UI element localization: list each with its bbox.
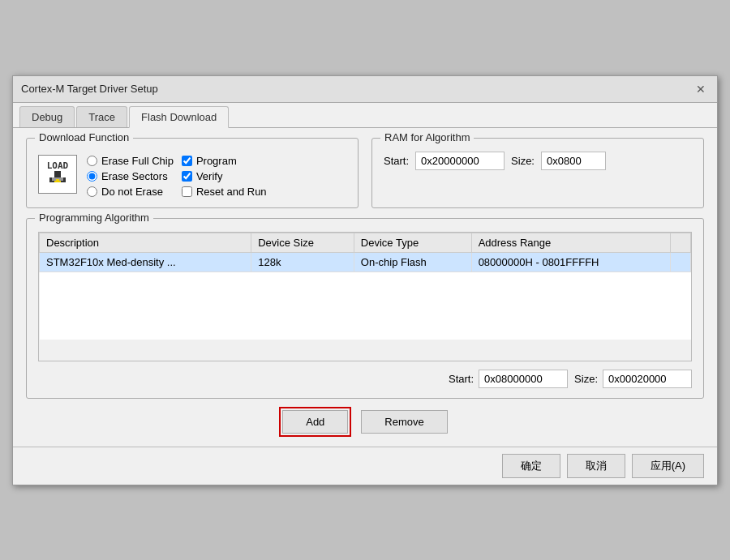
radio-erase-full-chip-input[interactable]: [87, 156, 97, 166]
checkbox-col: Program Verify Reset and Run: [182, 155, 267, 198]
tab-flash-download[interactable]: Flash Download: [129, 106, 229, 128]
prog-size-row: Size:: [574, 370, 692, 388]
content-area: Download Function LOAD: [13, 128, 717, 447]
col-address-range: Address Range: [471, 233, 670, 252]
table-row[interactable]: STM32F10x Med-density ... 128k On-chip F…: [40, 252, 691, 271]
row-description: STM32F10x Med-density ...: [40, 252, 251, 271]
checkbox-program-input[interactable]: [182, 156, 192, 166]
checkbox-reset-and-run-label: Reset and Run: [196, 186, 267, 198]
row-device-type: On-chip Flash: [354, 252, 471, 271]
radio-erase-full-chip: Erase Full Chip: [87, 155, 174, 167]
ram-algorithm-group: RAM for Algorithm Start: Size:: [371, 138, 704, 208]
apply-button[interactable]: 应用(A): [632, 454, 704, 478]
row-extra: [670, 252, 690, 271]
radio-options: Erase Full Chip Erase Sectors Do not Era…: [87, 155, 174, 198]
main-window: Cortex-M Target Driver Setup ✕ Debug Tra…: [12, 75, 718, 485]
tab-bar: Debug Trace Flash Download: [13, 103, 717, 128]
col-extra: [670, 233, 690, 252]
ram-size-label: Size:: [511, 155, 535, 167]
table-header-row: Description Device Size Device Type Addr…: [40, 233, 691, 252]
algorithm-table-wrapper: Description Device Size Device Type Addr…: [38, 232, 692, 361]
df-options: Erase Full Chip Erase Sectors Do not Era…: [87, 152, 267, 198]
download-function-group: Download Function LOAD: [26, 138, 359, 208]
radio-erase-sectors-input[interactable]: [87, 171, 97, 182]
radio-do-not-erase-input[interactable]: [87, 186, 97, 197]
ram-inner: Start: Size:: [384, 152, 692, 170]
add-button[interactable]: Add: [282, 410, 348, 434]
ram-size-input[interactable]: [541, 152, 606, 170]
checkbox-reset-and-run: Reset and Run: [182, 186, 267, 198]
prog-start-input[interactable]: [479, 370, 568, 388]
empty-row-3: [40, 317, 691, 340]
row-device-size: 128k: [251, 252, 354, 271]
svg-rect-5: [54, 181, 61, 182]
title-bar: Cortex-M Target Driver Setup ✕: [13, 76, 717, 103]
programming-algorithm-group: Programming Algorithm Description Device…: [26, 218, 704, 399]
radio-erase-sectors: Erase Sectors: [87, 170, 174, 182]
prog-start-label: Start:: [449, 373, 474, 385]
checkbox-verify-label: Verify: [196, 170, 223, 182]
ram-algorithm-title: RAM for Algorithm: [380, 131, 474, 143]
df-inner: LOAD: [38, 152, 346, 198]
prog-size-label: Size:: [574, 373, 598, 385]
row-address-range: 08000000H - 0801FFFFH: [471, 252, 670, 271]
algorithm-table: Description Device Size Device Type Addr…: [39, 233, 691, 340]
close-button[interactable]: ✕: [693, 81, 709, 97]
checkbox-program: Program: [182, 155, 267, 167]
action-buttons: Add Remove: [26, 410, 704, 434]
col-device-type: Device Type: [354, 233, 471, 252]
empty-row-1: [40, 271, 691, 294]
col-description: Description: [40, 233, 251, 252]
top-section: Download Function LOAD: [26, 138, 704, 218]
radio-erase-sectors-label: Erase Sectors: [101, 170, 168, 182]
prog-size-input[interactable]: [603, 370, 692, 388]
download-function-title: Download Function: [35, 131, 133, 143]
checkbox-reset-and-run-input[interactable]: [182, 186, 192, 197]
tab-trace[interactable]: Trace: [76, 106, 127, 127]
cancel-button[interactable]: 取消: [567, 454, 625, 478]
remove-button[interactable]: Remove: [361, 410, 447, 434]
ram-start-input[interactable]: [415, 152, 505, 170]
programming-algorithm-title: Programming Algorithm: [35, 212, 153, 224]
footer: 确定 取消 应用(A): [13, 447, 717, 485]
checkbox-program-label: Program: [196, 155, 237, 167]
checkbox-verify-input[interactable]: [182, 171, 192, 182]
radio-do-not-erase-label: Do not Erase: [101, 186, 163, 198]
load-icon: LOAD: [38, 155, 77, 194]
checkbox-verify: Verify: [182, 170, 267, 182]
window-title: Cortex-M Target Driver Setup: [21, 83, 158, 95]
prog-bottom: Start: Size:: [38, 370, 692, 388]
radio-do-not-erase: Do not Erase: [87, 186, 174, 198]
empty-row-2: [40, 294, 691, 317]
prog-start-row: Start:: [449, 370, 568, 388]
radio-erase-full-chip-label: Erase Full Chip: [101, 155, 174, 167]
confirm-button[interactable]: 确定: [502, 454, 560, 478]
svg-rect-1: [54, 171, 61, 177]
load-graphic: [45, 171, 71, 187]
ram-start-label: Start:: [384, 155, 409, 167]
tab-debug[interactable]: Debug: [19, 106, 75, 127]
col-device-size: Device Size: [251, 233, 354, 252]
